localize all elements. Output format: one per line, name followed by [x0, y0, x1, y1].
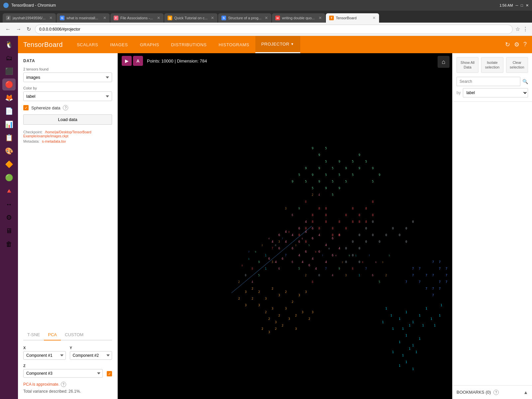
- taskbar-icon-terminal[interactable]: ⬛: [2, 65, 16, 77]
- load-data-button[interactable]: Load data: [23, 114, 112, 125]
- taskbar-icon-draw[interactable]: 🎨: [2, 145, 16, 157]
- svg-text:8: 8: [345, 213, 347, 217]
- home-button[interactable]: ⌂: [438, 56, 450, 68]
- refresh-icon[interactable]: ↻: [505, 41, 510, 48]
- taskbar-icon-ubuntu[interactable]: 🐧: [2, 39, 16, 51]
- tab-favicon-tab6: w: [275, 16, 280, 20]
- tab-favicon-tab5: S: [221, 16, 226, 20]
- tab-pca[interactable]: PCA: [44, 330, 61, 340]
- sphereize-checkbox[interactable]: ✓: [23, 105, 29, 110]
- svg-text:6: 6: [375, 261, 377, 264]
- tab-close-tab3[interactable]: ✕: [157, 16, 160, 20]
- reload-button[interactable]: ↻: [25, 25, 32, 34]
- tab-tab5[interactable]: SStructure of a prog...✕: [218, 13, 271, 23]
- taskbar-icon-browser[interactable]: 🔴: [2, 78, 16, 90]
- close-button[interactable]: ✕: [526, 3, 529, 8]
- search-input[interactable]: [457, 77, 520, 86]
- svg-text:2: 2: [238, 281, 240, 284]
- svg-text:7: 7: [439, 280, 441, 284]
- color-by-select[interactable]: label: [23, 91, 112, 101]
- tab-close-tab1[interactable]: ✕: [49, 16, 53, 20]
- svg-text:6: 6: [292, 261, 293, 264]
- svg-text:3: 3: [298, 294, 300, 297]
- svg-text:5: 5: [352, 173, 353, 177]
- viz-stats: Points: 10000 | Dimension: 784: [147, 59, 207, 64]
- pca-help-icon[interactable]: ?: [61, 382, 66, 387]
- tab-close-tab5[interactable]: ✕: [265, 16, 268, 20]
- tab-tsne[interactable]: T-SNE: [23, 330, 44, 340]
- y-axis-select[interactable]: Component #2: [70, 351, 112, 360]
- tab-tab6[interactable]: wwriting double quo...✕: [272, 13, 325, 23]
- back-button[interactable]: ←: [4, 25, 12, 34]
- tab-close-tab6[interactable]: ✕: [319, 16, 322, 20]
- svg-text:0: 0: [245, 274, 246, 277]
- svg-text:2: 2: [238, 297, 240, 300]
- taskbar-icon-system[interactable]: 🖥: [2, 225, 16, 237]
- nav-projector[interactable]: PROJECTOR ▼: [255, 36, 300, 53]
- maximize-button[interactable]: □: [521, 3, 523, 7]
- visualization-area[interactable]: ▶ A Points: 10000 | Dimension: 784 ⌂: [118, 53, 452, 399]
- taskbar-icon-usc[interactable]: ↔: [2, 198, 16, 210]
- tab-tab7[interactable]: TTensorBoard✕: [326, 13, 379, 23]
- menu-icon[interactable]: ⋮: [523, 26, 528, 32]
- taskbar-icon-scribus[interactable]: 🟢: [2, 172, 16, 184]
- nav-scalars[interactable]: SCALARS: [71, 36, 104, 53]
- bookmark-icon[interactable]: ☆: [515, 26, 520, 32]
- svg-text:1: 1: [265, 254, 267, 257]
- play-button[interactable]: ▶: [122, 56, 132, 66]
- type-button[interactable]: A: [133, 56, 143, 66]
- taskbar-icon-firefox[interactable]: 🦊: [2, 92, 16, 104]
- bookmarks-header[interactable]: BOOKMARKS (0) ? ▲: [457, 390, 528, 395]
- x-axis-select[interactable]: Component #1: [23, 351, 66, 360]
- svg-text:0: 0: [379, 240, 380, 243]
- svg-text:2: 2: [282, 324, 283, 327]
- tab-custom[interactable]: CUSTOM: [61, 330, 87, 340]
- tab-tab3[interactable]: FFile Associations -...✕: [110, 13, 164, 23]
- tensor-select[interactable]: images: [23, 72, 112, 82]
- svg-text:4: 4: [292, 233, 294, 237]
- bookmarks-help-icon[interactable]: ?: [493, 390, 499, 395]
- nav-histograms[interactable]: HISTOGRAMS: [213, 36, 255, 53]
- tab-close-tab4[interactable]: ✕: [211, 16, 214, 20]
- svg-text:7: 7: [446, 280, 447, 284]
- taskbar-icon-sublime[interactable]: 🔶: [2, 158, 16, 170]
- nav-images[interactable]: IMAGES: [104, 36, 134, 53]
- taskbar-icon-settings[interactable]: ⚙: [2, 211, 16, 223]
- z-axis-checkbox[interactable]: ✓: [107, 371, 112, 376]
- tab-close-tab2[interactable]: ✕: [103, 16, 106, 20]
- svg-text:7: 7: [412, 267, 414, 270]
- address-input[interactable]: [35, 25, 513, 34]
- help-icon[interactable]: ?: [523, 41, 527, 48]
- taskbar-icon-writer[interactable]: 📄: [2, 105, 16, 117]
- nav-graphs[interactable]: GRAPHS: [134, 36, 165, 53]
- forward-button[interactable]: →: [15, 25, 23, 34]
- tab-close-tab7[interactable]: ✕: [372, 16, 376, 20]
- svg-text:0: 0: [399, 233, 400, 237]
- taskbar-icon-trash[interactable]: 🗑: [2, 238, 16, 250]
- taskbar-icon-vlc[interactable]: 🔺: [2, 185, 16, 197]
- taskbar-icon-files[interactable]: 🗂: [2, 52, 16, 64]
- isolate-selection-button[interactable]: Isolateselection: [481, 57, 503, 73]
- settings-icon[interactable]: ⚙: [514, 41, 519, 48]
- svg-text:5: 5: [258, 274, 260, 277]
- svg-text:3: 3: [272, 261, 273, 264]
- svg-text:0: 0: [412, 220, 414, 223]
- svg-text:5: 5: [325, 160, 327, 163]
- tab-tab4[interactable]: QQuick Tutorial on c...✕: [164, 13, 217, 23]
- z-axis-select[interactable]: Component #3: [23, 369, 103, 378]
- sphereize-help-icon[interactable]: ?: [63, 105, 68, 110]
- taskbar-icon-calc[interactable]: 📊: [2, 118, 16, 130]
- taskbar-icon-impress[interactable]: 📋: [2, 132, 16, 144]
- minimize-button[interactable]: ─: [516, 3, 518, 7]
- nav-distributions[interactable]: DISTRIBUTIONS: [165, 36, 213, 53]
- svg-text:4: 4: [298, 254, 300, 257]
- svg-text:8: 8: [325, 213, 327, 217]
- tab-tab1[interactable]: Jjayshah19949596/...✕: [3, 13, 56, 23]
- by-select[interactable]: label: [463, 88, 528, 97]
- svg-text:1: 1: [405, 334, 407, 337]
- tb-header-icons: ↻ ⚙ ?: [505, 41, 527, 48]
- clear-selection-button[interactable]: Clearselection: [506, 57, 528, 73]
- svg-text:0: 0: [329, 247, 330, 250]
- show-all-data-button[interactable]: Show AllData: [457, 57, 478, 73]
- tab-tab2[interactable]: Gwhat is mseinstall...✕: [57, 13, 110, 23]
